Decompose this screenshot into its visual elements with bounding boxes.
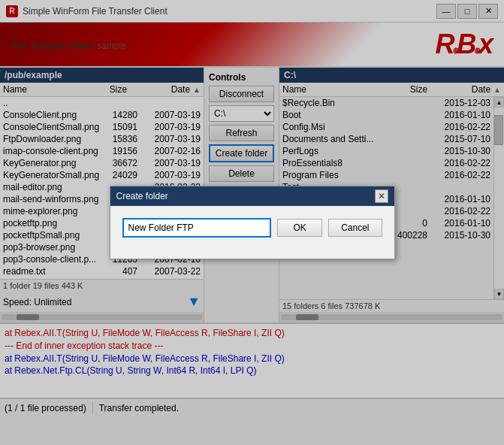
folder-name-input[interactable] [122, 218, 272, 238]
dialog-input-row: OK Cancel [122, 218, 382, 238]
dialog-title-bar: Create folder ✕ [110, 186, 394, 206]
dialog-ok-button[interactable]: OK [277, 219, 322, 237]
dialog-title: Create folder [116, 191, 168, 201]
dialog-overlay: Create folder ✕ OK Cancel [0, 0, 504, 445]
dialog-body: OK Cancel [110, 206, 394, 259]
dialog-close-button[interactable]: ✕ [375, 189, 388, 203]
dialog-cancel-button[interactable]: Cancel [328, 219, 382, 237]
create-folder-dialog: Create folder ✕ OK Cancel [110, 186, 395, 259]
